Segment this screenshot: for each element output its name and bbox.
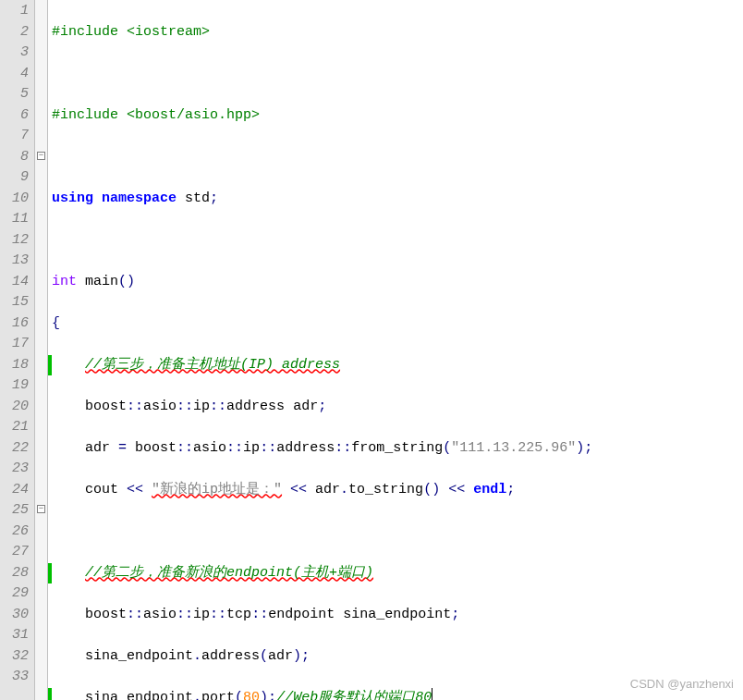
line-number: 24: [2, 480, 29, 501]
line-number: 11: [2, 209, 29, 230]
line-number: 7: [2, 126, 29, 147]
line-number: 28: [2, 563, 29, 584]
change-marker: [48, 355, 52, 376]
line-number: 20: [2, 397, 29, 418]
line-number: 33: [2, 667, 29, 688]
fold-toggle-icon[interactable]: −: [37, 152, 45, 160]
code-line[interactable]: boost::asio::ip::tcp::endpoint sina_endp…: [52, 605, 743, 626]
line-number: 21: [2, 417, 29, 438]
line-number: 14: [2, 272, 29, 293]
code-line[interactable]: adr = boost::asio::ip::address::from_str…: [52, 438, 743, 460]
line-number: 23: [2, 459, 29, 480]
code-line[interactable]: //第三步，准备主机地址(IP) address: [52, 355, 743, 376]
code-line[interactable]: sina_endpoint.address(adr);: [52, 646, 743, 668]
header: <boost/asio.hpp>: [118, 107, 260, 123]
fold-toggle-icon[interactable]: −: [37, 505, 45, 513]
line-number: 16: [2, 313, 29, 335]
line-number: 12: [2, 230, 29, 252]
comment: //第二步，准备新浪的endpoint(主机+端口): [85, 565, 373, 581]
preprocessor: #include: [52, 107, 118, 123]
line-number: 32: [2, 646, 29, 668]
line-number: 8: [2, 147, 29, 168]
preprocessor: #include: [52, 24, 118, 40]
code-line[interactable]: #include <boost/asio.hpp>: [52, 105, 743, 127]
line-number: 25: [2, 500, 29, 522]
code-line[interactable]: {: [52, 313, 743, 335]
code-line[interactable]: [52, 147, 743, 168]
line-number: 3: [2, 43, 29, 64]
line-number: 22: [2, 438, 29, 460]
keyword: namespace: [102, 190, 177, 206]
line-number: 9: [2, 167, 29, 189]
line-number: 5: [2, 84, 29, 105]
code-line[interactable]: //第二步，准备新浪的endpoint(主机+端口): [52, 563, 743, 584]
code-line[interactable]: cout << "新浪的ip地址是：" << adr.to_string() <…: [52, 480, 743, 501]
string-literal: "111.13.225.96": [451, 440, 576, 456]
code-line[interactable]: [52, 230, 743, 252]
code-line[interactable]: [52, 522, 743, 543]
line-number: 29: [2, 583, 29, 605]
line-number: 17: [2, 334, 29, 355]
text-cursor: [432, 688, 432, 700]
code-line[interactable]: [52, 64, 743, 85]
code-line[interactable]: int main(): [52, 272, 743, 293]
line-number: 30: [2, 605, 29, 626]
change-marker: [48, 563, 52, 584]
line-number: 2: [2, 22, 29, 43]
code-line[interactable]: boost::asio::ip::address adr;: [52, 397, 743, 418]
line-number: 27: [2, 542, 29, 563]
identifier: std: [177, 190, 210, 206]
code-line[interactable]: #include <iostream>: [52, 22, 743, 43]
comment: //Web服务默认的端口80: [276, 690, 432, 701]
line-number: 6: [2, 105, 29, 127]
code-editor[interactable]: #include <iostream> #include <boost/asio…: [48, 0, 743, 700]
line-number: 19: [2, 375, 29, 397]
watermark: CSDN @yanzhenxi: [630, 674, 734, 695]
change-marker: [48, 688, 52, 701]
header: <iostream>: [118, 24, 210, 40]
string-literal: "新浪的ip地址是：": [152, 482, 282, 497]
line-number: 15: [2, 292, 29, 313]
line-number-gutter: 1 2 3 4 5 6 7 8 9 10 11 12 13 14 15 16 1…: [0, 0, 35, 700]
line-number: 4: [2, 64, 29, 85]
type-keyword: int: [52, 274, 77, 289]
line-number: 10: [2, 189, 29, 210]
line-number: 26: [2, 522, 29, 543]
line-number: 13: [2, 251, 29, 272]
comment: //第三步，准备主机地址(IP) address: [85, 357, 340, 373]
line-number: 31: [2, 625, 29, 646]
keyword: using: [52, 190, 93, 206]
function-name: main: [77, 274, 118, 289]
code-line[interactable]: using namespace std;: [52, 189, 743, 210]
fold-margin: − −: [35, 0, 48, 700]
line-number: 1: [2, 1, 29, 22]
line-number: 18: [2, 355, 29, 376]
